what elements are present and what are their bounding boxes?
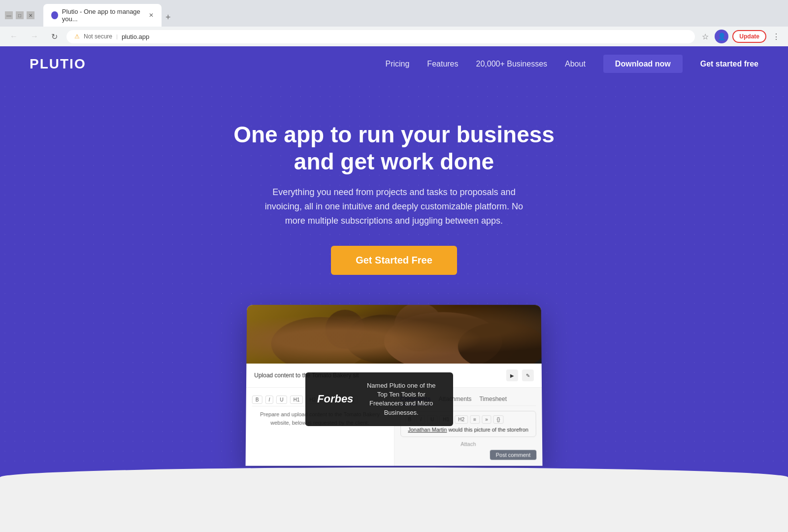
nav-get-started-button[interactable]: Get started free (700, 60, 758, 68)
get-started-button[interactable]: Get Started Free (331, 246, 457, 275)
testimonials-section: 👥 Craig Morrell ★ ★ ★ ★ ★ 👤 (0, 507, 788, 532)
nav-links: Pricing Features 20,000+ Businesses Abou… (385, 60, 758, 68)
play-icon[interactable]: ▶ (506, 369, 518, 381)
hero-title: One app to run your business and get wor… (217, 121, 571, 175)
website-content: PLUTIO Pricing Features 20,000+ Business… (0, 46, 788, 532)
update-button[interactable]: Update (732, 30, 766, 43)
app-image-top (246, 305, 541, 364)
tabs-bar: Plutio - One app to manage you... ✕ + (38, 4, 180, 27)
forbes-text: Named Plutio one of the Top Ten Tools fo… (361, 381, 441, 417)
task-icons: ▶ ✎ (506, 369, 534, 381)
underline-btn[interactable]: U (276, 396, 287, 404)
tab-title: Plutio - One app to manage you... (62, 8, 145, 23)
profile-avatar-button[interactable]: 👤 (715, 30, 728, 43)
edit-icon[interactable]: ✎ (522, 369, 534, 381)
bread-image-overlay (246, 305, 541, 364)
app-screenshot-container: Upload content to the Tomato Bakery sit … (246, 304, 542, 466)
maximize-button[interactable]: □ (16, 11, 24, 19)
comment-quote-btn[interactable]: » (482, 415, 492, 424)
address-bar: ← → ↻ ⚠ Not secure | plutio.app ☆ 👤 Upda… (0, 27, 788, 46)
hero-subtitle: Everything you need from projects and ta… (256, 185, 532, 228)
forward-button[interactable]: → (27, 30, 42, 43)
nav-link-features[interactable]: Features (427, 60, 458, 68)
post-comment-button[interactable]: Post comment (490, 450, 536, 460)
title-bar: — □ ✕ Plutio - One app to manage you... … (0, 0, 788, 27)
hero-section: One app to run your business and get wor… (0, 82, 788, 467)
tab-favicon (51, 11, 58, 19)
address-text: plutio.app (122, 33, 149, 40)
forbes-logo: Forbes (317, 393, 353, 405)
nav-link-businesses[interactable]: 20,000+ Businesses (476, 60, 548, 68)
forbes-badge: Forbes Named Plutio one of the Top Ten T… (305, 372, 453, 426)
nav-link-about[interactable]: About (565, 60, 586, 68)
comment-text: Jonathan Martin would this picture of th… (405, 427, 532, 432)
browser-chrome: — □ ✕ Plutio - One app to manage you... … (0, 0, 788, 46)
commenter-name: Jonathan Martin (408, 427, 447, 432)
active-tab[interactable]: Plutio - One app to manage you... ✕ (43, 4, 162, 27)
h1-btn[interactable]: H1 (290, 396, 303, 404)
italic-btn[interactable]: I (265, 396, 273, 404)
comment-code-btn[interactable]: {} (493, 415, 504, 424)
security-icon: ⚠ (74, 33, 80, 40)
close-button[interactable]: ✕ (27, 11, 34, 19)
nav-download-button[interactable]: Download now (603, 55, 683, 73)
menu-button[interactable]: ⋮ (770, 30, 782, 43)
toolbar-icons: ☆ 👤 Update ⋮ (700, 30, 782, 43)
tab-timesheet[interactable]: Timesheet (479, 394, 507, 405)
comment-list-btn[interactable]: ≡ (470, 415, 480, 424)
comment-h2-btn[interactable]: H2 (455, 415, 468, 424)
comment-content: would this picture of the storefron (447, 427, 528, 432)
attach-label: Attach (400, 441, 537, 447)
site-nav: PLUTIO Pricing Features 20,000+ Business… (0, 46, 788, 82)
security-label: Not secure (84, 33, 112, 40)
back-button[interactable]: ← (6, 30, 22, 43)
refresh-button[interactable]: ↻ (47, 30, 62, 43)
nav-link-pricing[interactable]: Pricing (385, 60, 409, 68)
bookmark-button[interactable]: ☆ (700, 30, 711, 43)
hero-content-wrapper: Upload content to the Tomato Bakery sit … (10, 304, 778, 467)
minimize-button[interactable]: — (5, 11, 13, 19)
wave-separator (0, 467, 788, 507)
tab-close-icon[interactable]: ✕ (149, 12, 154, 19)
address-input[interactable]: ⚠ Not secure | plutio.app (66, 30, 695, 43)
logo[interactable]: PLUTIO (30, 56, 86, 72)
separator: | (116, 33, 118, 39)
new-tab-button[interactable]: + (162, 8, 175, 27)
bold-btn[interactable]: B (252, 396, 263, 404)
window-controls: — □ ✕ (5, 11, 34, 19)
